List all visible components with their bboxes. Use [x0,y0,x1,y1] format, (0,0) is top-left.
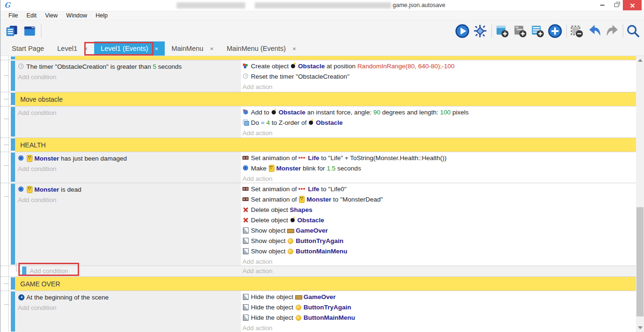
add-action[interactable]: Add action [242,266,273,276]
undo-icon[interactable] [587,24,602,39]
start-page-icon[interactable] [22,24,37,39]
delete-icon [242,217,250,223]
condition-line[interactable]: Monster has just been damaged [18,154,240,164]
add-condition[interactable]: Add condition [18,164,240,174]
play-icon[interactable] [455,24,470,39]
create-object-icon [242,63,250,69]
actions-panel: Set animation of Life to "Life" + ToStri… [241,152,636,183]
condition-line[interactable]: Monster is dead [18,185,240,195]
action-line[interactable]: Show object ButtonTryAgain [242,236,636,246]
add-comment-icon[interactable] [530,24,545,39]
delete-icon [242,206,250,213]
scroll-up-icon[interactable] [638,59,643,62]
events-sheet: The timer "ObstacleCreation" is greater … [0,56,636,332]
gameover-icon [287,227,294,234]
add-condition[interactable]: Add condition [18,72,240,82]
event-bar[interactable] [11,292,15,332]
tab-level1[interactable]: Level1 × [51,41,94,56]
button-icon [287,237,294,244]
tab-close-icon[interactable]: × [84,45,88,52]
bomb-icon [308,119,314,126]
action-line[interactable]: Set animation of Life to "Life" + ToStri… [242,153,636,163]
event-bar[interactable] [11,61,15,91]
menu-edit[interactable]: Edit [22,12,41,19]
remove-event-icon[interactable] [569,24,584,39]
action-line[interactable]: Show object ButtonMainMenu [242,246,636,257]
scrollbar-thumb[interactable] [636,207,644,316]
maximize-button[interactable] [610,0,623,10]
comment-row[interactable]: GAME OVER [0,277,636,291]
debug-icon[interactable] [473,24,488,39]
action-line[interactable]: Create object Obstacle at position Rando… [242,61,636,72]
action-line[interactable]: Add to Obstacle an instant force, angle:… [242,107,636,118]
tab-close-icon[interactable]: × [155,45,159,52]
add-action[interactable]: Add action [242,174,636,184]
action-line[interactable]: Show object GameOver [242,226,636,236]
menu-file[interactable]: File [4,12,22,19]
visibility-icon [242,227,250,234]
tab-level1-events[interactable]: Level1 (Events) × [94,41,165,56]
close-button[interactable] [623,0,642,10]
search-icon[interactable] [626,24,641,39]
monster-icon [26,186,33,193]
menu-help[interactable]: Help [91,12,112,19]
monster-icon [298,196,305,202]
comment-row[interactable]: HEALTH [0,138,636,152]
condition-line[interactable]: The timer "ObstacleCreation" is greater … [18,62,240,72]
event-bar[interactable] [11,184,15,265]
visibility-icon [242,248,250,254]
comment-row-partial[interactable] [0,56,636,60]
project-manager-icon[interactable] [4,24,19,39]
comment-text: GAME OVER [15,277,636,291]
life-icon [298,186,306,192]
tab-close-icon[interactable]: × [292,45,296,52]
tab-mainmenu[interactable]: MainMenu × [165,41,220,56]
redo-icon[interactable] [605,24,620,39]
add-condition[interactable]: Add condition [18,195,240,205]
comment-row[interactable]: Move obstacle [0,92,636,106]
event-bar[interactable] [22,267,26,275]
add-condition[interactable]: Add condition [18,303,240,313]
minimize-button[interactable] [596,0,609,10]
event-bar[interactable] [11,107,15,137]
event-bar[interactable] [11,93,15,105]
action-line[interactable]: Hide the object ButtonTryAgain [242,302,636,313]
add-other-event-icon[interactable] [547,24,563,39]
action-line[interactable]: Make Monster blink for 1.5 seconds [242,163,636,174]
add-action[interactable]: Add action [242,82,636,92]
tab-close-icon[interactable]: × [210,45,214,52]
animation-icon [242,154,250,161]
menu-view[interactable]: View [41,12,62,19]
scroll-down-icon[interactable] [638,326,643,329]
tab-start-page[interactable]: Start Page [5,41,51,56]
add-action[interactable]: Add action [242,257,636,267]
button-icon [295,314,302,321]
action-line[interactable]: Set animation of Life to "Life0" [242,184,636,194]
action-line[interactable]: Reset the timer "ObstacleCreation" [242,72,636,82]
force-icon [242,109,250,115]
event-bar[interactable] [11,153,15,182]
action-line[interactable]: Delete object Shapes [242,205,636,215]
add-event-icon[interactable] [495,24,510,39]
action-line[interactable]: Set animation of Monster to "MonsterDead… [242,194,636,205]
event-bar[interactable] [11,57,15,59]
add-action[interactable]: Add action [242,128,636,138]
action-line[interactable]: Do = 4 to Z-order of Obstacle [242,118,636,128]
tab-mainmenu-events[interactable]: MainMenu (Events) × [220,41,302,56]
action-line[interactable]: Delete object Obstacle [242,215,636,226]
condition-line[interactable]: At the beginning of the scene [18,292,240,303]
vertical-scrollbar[interactable] [636,56,644,332]
event-row-dead: Monster is dead Add condition Set animat… [0,183,636,266]
event-row-begin: At the beginning of the scene Add condit… [0,291,636,332]
add-condition[interactable]: Add condition [30,266,68,276]
timer-icon [242,73,250,80]
add-action[interactable]: Add action [242,323,636,332]
action-line[interactable]: Hide the object GameOver [242,292,636,302]
event-bar[interactable] [11,138,15,151]
add-condition[interactable]: Add condition [18,108,240,118]
add-sub-event-icon[interactable] [513,24,528,39]
event-bar[interactable] [11,277,15,290]
menu-window[interactable]: Window [62,12,91,19]
action-line[interactable]: Hide the object ButtonMainMenu [242,313,636,323]
title-bar: G game.json.autosave [0,0,644,11]
